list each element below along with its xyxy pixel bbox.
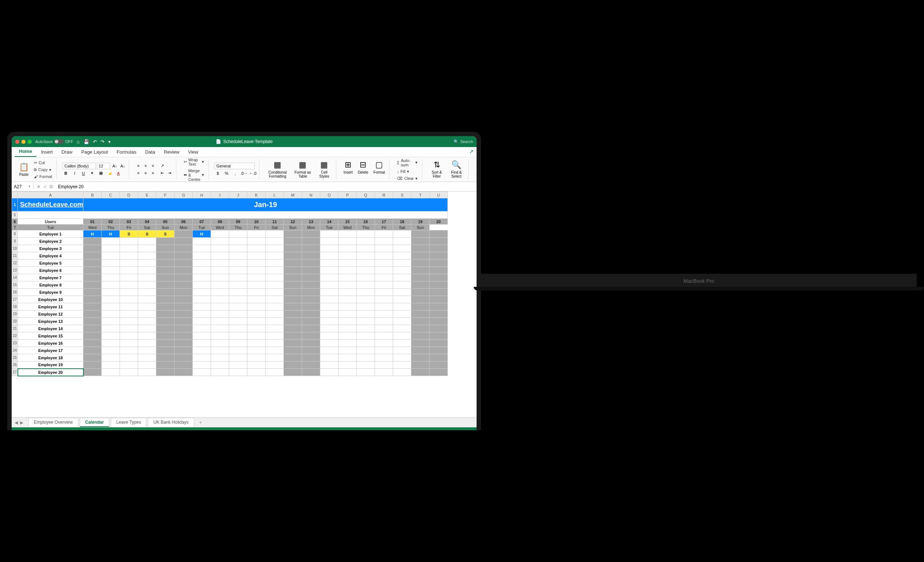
leave-cell[interactable] [102,260,120,267]
leave-cell[interactable] [174,252,193,260]
leave-cell[interactable] [211,267,229,274]
underline-button[interactable]: U [80,170,87,176]
leave-cell[interactable] [339,260,357,267]
leave-cell[interactable] [120,347,138,354]
leave-cell[interactable] [375,288,393,296]
leave-cell[interactable] [248,245,266,252]
leave-cell[interactable] [83,362,102,369]
leave-cell[interactable] [248,339,266,347]
leave-cell[interactable] [211,281,229,288]
leave-cell[interactable] [430,274,448,281]
italic-button[interactable]: I [71,170,78,176]
cell-styles-button[interactable]: ▦Cell Styles [315,160,333,179]
leave-cell[interactable] [266,311,284,318]
leave-cell[interactable] [393,332,411,339]
delete-button[interactable]: ⊟Delete [356,160,370,179]
leave-cell[interactable] [357,362,375,369]
leave-cell[interactable] [248,296,266,303]
leave-cell[interactable] [430,318,448,325]
row-header[interactable]: 8 [12,230,18,238]
ribbon-tab-insert[interactable]: Insert [36,147,57,157]
row-header[interactable]: 18 [12,303,18,311]
copy-button[interactable]: ⧉Copy▾ [32,167,54,173]
row-header[interactable]: 27 [12,369,18,376]
leave-cell[interactable] [339,362,357,369]
leave-cell[interactable] [229,347,248,354]
leave-cell[interactable] [393,245,411,252]
leave-cell[interactable] [229,339,248,347]
leave-cell[interactable] [266,260,284,267]
leave-cell[interactable] [248,252,266,260]
leave-cell[interactable] [375,267,393,274]
column-header[interactable]: I [211,192,229,198]
leave-cell[interactable] [357,274,375,281]
leave-cell[interactable] [375,311,393,318]
leave-cell[interactable] [174,245,193,252]
leave-cell[interactable] [284,332,302,339]
employee-name-cell[interactable]: Employee 17 [18,347,83,354]
sheet-tab-calendar[interactable]: Calendar [80,418,109,427]
leave-cell[interactable] [83,369,102,376]
leave-cell[interactable] [156,332,174,339]
leave-cell[interactable] [411,303,430,311]
align-right-icon[interactable]: ≡ [150,170,156,176]
leave-cell[interactable] [120,245,138,252]
leave-cell[interactable] [302,354,320,362]
leave-cell[interactable]: S [120,230,138,238]
column-header[interactable]: K [248,192,266,198]
employee-name-cell[interactable]: Employee 16 [18,339,83,347]
leave-cell[interactable] [357,260,375,267]
leave-cell[interactable] [357,311,375,318]
leave-cell[interactable] [248,288,266,296]
leave-cell[interactable] [83,311,102,318]
leave-cell[interactable] [83,245,102,252]
employee-name-cell[interactable]: Employee 8 [18,281,83,288]
leave-cell[interactable] [138,347,156,354]
leave-cell[interactable] [411,325,430,332]
leave-cell[interactable] [357,267,375,274]
row-header[interactable]: 9 [12,238,18,245]
leave-cell[interactable] [211,325,229,332]
leave-cell[interactable] [411,260,430,267]
leave-cell[interactable] [193,311,211,318]
border-button[interactable]: ▦ [98,170,104,176]
find-select-button[interactable]: 🔍Find & Select [448,160,465,179]
column-header[interactable]: G [174,192,193,198]
leave-cell[interactable] [229,230,248,238]
share-button[interactable]: ↗ [469,148,474,154]
row-header[interactable]: 25 [12,354,18,362]
leave-cell[interactable] [211,311,229,318]
font-color-button[interactable]: A [115,170,122,176]
leave-cell[interactable] [156,245,174,252]
leave-cell[interactable] [211,245,229,252]
font-name-select[interactable] [63,163,96,169]
leave-cell[interactable] [83,288,102,296]
employee-name-cell[interactable]: Employee 3 [18,245,83,252]
leave-cell[interactable] [375,354,393,362]
leave-cell[interactable] [120,303,138,311]
ribbon-tab-page-layout[interactable]: Page Layout [77,147,112,157]
leave-cell[interactable] [266,245,284,252]
fill-color-button[interactable]: ◢ [106,170,113,176]
ideas-button[interactable]: ⚡Ideas [474,161,477,177]
employee-name-cell[interactable]: Employee 14 [18,325,83,332]
leave-cell[interactable] [83,347,102,354]
leave-cell[interactable] [393,267,411,274]
clear-button[interactable]: ⌫Clear▾ [395,175,418,182]
leave-cell[interactable] [83,325,102,332]
paste-button[interactable]: 📋 Paste [18,161,30,177]
leave-cell[interactable] [248,281,266,288]
leave-cell[interactable] [266,252,284,260]
leave-cell[interactable] [156,339,174,347]
leave-cell[interactable] [284,369,302,376]
leave-cell[interactable] [102,362,120,369]
leave-cell[interactable] [357,339,375,347]
leave-cell[interactable] [430,260,448,267]
leave-cell[interactable] [229,252,248,260]
employee-name-cell[interactable]: Employee 6 [18,267,83,274]
leave-cell[interactable] [102,369,120,376]
leave-cell[interactable] [229,354,248,362]
leave-cell[interactable] [266,339,284,347]
leave-cell[interactable] [156,238,174,245]
increase-decimal-icon[interactable]: .0→ [241,170,248,176]
